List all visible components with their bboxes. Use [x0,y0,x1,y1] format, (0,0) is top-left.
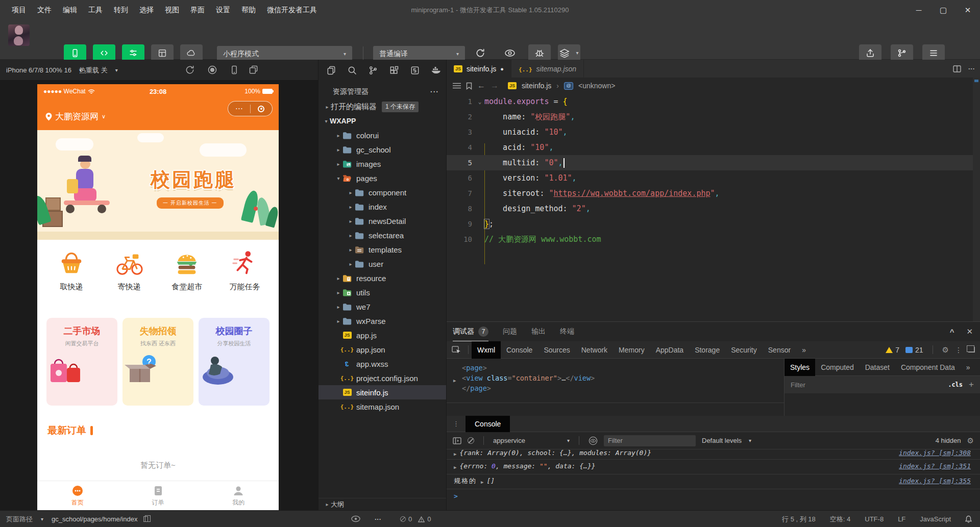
miniprogram-title[interactable]: 大鹏资源网 ∨ [45,111,106,122]
bookmark-icon[interactable] [466,82,472,90]
minimize-icon[interactable]: ─ [906,0,931,20]
code-area[interactable]: 1⌄module.exports = {2 name: "校园跑腿",3 uni… [447,94,973,321]
files-icon[interactable] [326,65,336,81]
phone-tab-mine[interactable]: 我的 [198,481,279,510]
log-levels-dropdown[interactable]: Default levels ▾ [702,437,751,444]
tree-item-resource[interactable]: ▸resource [318,271,446,285]
tree-item-siteinfo.js[interactable]: JSsiteinfo.js [318,385,446,399]
close-icon[interactable]: ✕ [955,0,980,20]
code-line-7[interactable]: 7 siteroot: "https://wq.wobbt.com/app/in… [447,186,973,201]
grid-item-bike[interactable]: 寄快递 [107,248,152,292]
extensions-icon[interactable] [389,65,399,81]
more-icon[interactable]: ⋯ [228,104,250,113]
workspace-root[interactable]: ▾ WXAPP [318,114,446,128]
styles-filter-input[interactable]: Filter [791,381,942,389]
styles-tab-Component-Data[interactable]: Component Data [895,359,961,376]
show-sidebar-icon[interactable] [453,437,461,444]
info-indicator[interactable]: 21 [905,346,923,354]
tree-item-sitemap.json[interactable]: {..}sitemap.json [318,399,446,414]
wxml-node[interactable]: ▶<view class="container">…</view> [447,373,784,383]
feature-card[interactable]: 失物招领找东西 还东西? [122,318,193,406]
devtools-tab-Sources[interactable]: Sources [538,341,575,359]
expand-arrow-icon[interactable]: ▶ [454,449,456,459]
console-tab[interactable]: Console [465,416,510,432]
styles-tab-Dataset[interactable]: Dataset [860,359,895,376]
panel-tab-问题[interactable]: 问题 [503,322,517,341]
tree-item-project.config.json[interactable]: {..}project.config.json [318,371,446,385]
encoding[interactable]: UTF-8 [865,515,884,523]
avatar[interactable] [8,24,30,46]
multi-window-icon[interactable] [249,65,260,76]
tree-item-index[interactable]: ▸index [318,199,446,214]
clear-console-icon[interactable] [468,437,474,444]
tree-item-colorui[interactable]: ▸colorui [318,128,446,142]
code-line-4[interactable]: 4 acid: "10", [447,140,973,155]
panel-tab-终端[interactable]: 终端 [560,322,574,341]
devtools-tab-Wxml[interactable]: Wxml [472,341,501,359]
warnings-indicator[interactable]: 7 [886,346,899,354]
devtools-tab-Console[interactable]: Console [501,341,538,359]
devtools-tab-Security[interactable]: Security [725,341,763,359]
tree-item-app.wxss[interactable]: 3app.wxss [318,357,446,371]
devtools-tab-Memory[interactable]: Memory [613,341,650,359]
feature-card[interactable]: 二手市场闲置交易平台 [46,318,117,406]
devtools-settings-gear-icon[interactable]: ⚙ [942,345,949,355]
grid-item-basket[interactable]: 取快递 [49,248,94,292]
source-link[interactable]: index.js? [sm]:351 [899,462,971,470]
tree-item-gc_school[interactable]: ▸gc_school [318,142,446,157]
panel-tab-输出[interactable]: 输出 [531,322,546,341]
close-panel-icon[interactable]: ✕ [966,327,973,336]
forward-icon[interactable]: → [491,81,499,90]
tree-item-user[interactable]: ▸user [318,257,446,271]
undock-icon[interactable] [968,347,975,353]
more-actions-icon[interactable]: ··· [430,88,439,96]
kebab-menu-icon[interactable]: ⋮ [955,346,962,354]
maximize-icon[interactable]: ▢ [931,0,955,20]
console-settings-gear-icon[interactable]: ⚙ [967,436,974,445]
hot-reload-dropdown[interactable]: 热重载 关▾ [79,60,118,81]
overflow-tabs-icon[interactable]: » [961,359,976,376]
console-filter-input[interactable]: Filter [604,435,696,446]
menu-item[interactable]: 视图 [159,0,185,20]
menu-item[interactable]: 设置 [210,0,236,20]
inspect-element-icon[interactable] [452,346,461,354]
tree-item-newsDetail[interactable]: ▸newsDetail [318,214,446,228]
menu-item[interactable]: 编辑 [57,0,83,20]
tree-item-we7[interactable]: ▸we7 [318,299,446,314]
menu-item[interactable]: 转到 [108,0,134,20]
code-line-1[interactable]: 1⌄module.exports = { [447,94,973,109]
context-dropdown[interactable]: appservice ▾ [493,437,570,444]
eye-icon[interactable] [589,436,598,445]
source-link[interactable]: index.js? [sm]:355 [899,476,971,485]
phone-tab-home[interactable]: 首页 [37,481,118,510]
cls-toggle-button[interactable]: .cls [948,381,963,388]
fold-chevron-icon[interactable]: ⌄ [475,98,484,105]
panel-tab-调试器[interactable]: 调试器7 [453,322,488,341]
phone-tab-orders[interactable]: 订单 [118,481,199,510]
code-line-6[interactable]: 6 version: "1.01", [447,170,973,186]
menu-item[interactable]: 项目 [6,0,32,20]
tree-item-app.js[interactable]: JSapp.js [318,328,446,342]
console-log-row[interactable]: ▶{errno: 0, message: "", data: {…}}index… [447,460,980,474]
code-line-8[interactable]: 8 design_method: "2", [447,201,973,216]
code-line-2[interactable]: 2 name: "校园跑腿", [447,109,973,124]
expand-arrow-icon[interactable]: ▶ [454,462,456,472]
code-line-5[interactable]: 5 multiid: "0", [447,155,973,170]
grid-item-runner[interactable]: 万能任务 [222,248,267,292]
source-link[interactable]: index.js? [sm]:308 [899,449,971,457]
device-icon[interactable] [229,65,240,76]
more-actions-icon[interactable]: ··· [968,65,975,72]
device-dropdown[interactable]: iPhone 6/7/8 100% 16▾ [6,60,82,81]
wxml-node[interactable]: </page> [447,383,784,393]
editor-tab-sitemap.json[interactable]: {..}sitemap.json [511,60,584,78]
devtools-tab-Sensor[interactable]: Sensor [763,341,796,359]
devtools-tab-Network[interactable]: Network [576,341,613,359]
stop-icon[interactable] [207,65,218,76]
tree-item-templates[interactable]: ▸templates [318,242,446,257]
tree-item-utils[interactable]: ▸utils [318,285,446,299]
devtools-tab-Storage[interactable]: Storage [689,341,725,359]
devtools-tab-AppData[interactable]: AppData [650,341,689,359]
console-log-row[interactable]: ▶{rank: Array(0), school: {…}, modules: … [447,449,980,460]
kebab-menu-icon[interactable]: ⋮ [453,420,459,428]
wxml-node[interactable]: <page> [447,363,784,373]
